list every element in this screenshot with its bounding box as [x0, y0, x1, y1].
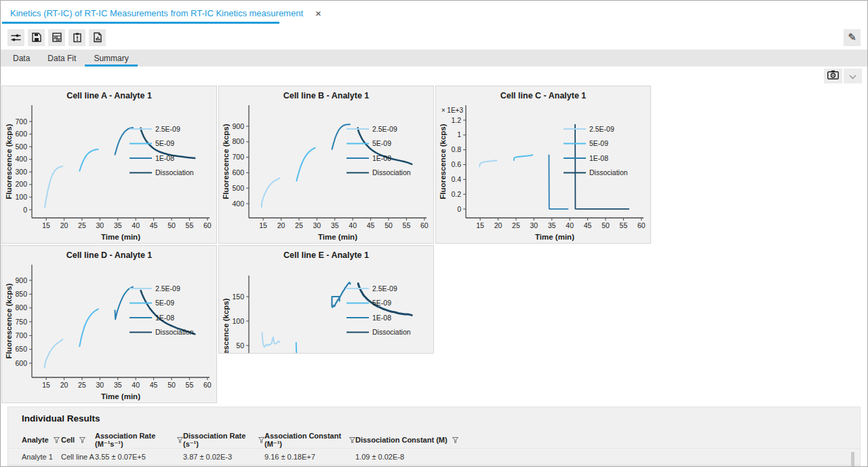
chart-cell-line-e[interactable]: Cell line E - Analyte 1Fluorescence (kcp…: [218, 245, 434, 354]
svg-text:35: 35: [548, 221, 556, 229]
svg-text:850: 850: [15, 290, 27, 298]
svg-text:0.4: 0.4: [451, 175, 461, 183]
tab-data-label: Data: [13, 54, 30, 63]
validate-clipboard-button[interactable]: [68, 29, 85, 46]
filter-icon[interactable]: [79, 437, 85, 443]
svg-text:600: 600: [15, 359, 27, 367]
svg-text:Cell line D - Analyte 1: Cell line D - Analyte 1: [66, 250, 153, 260]
svg-text:Cell line B - Analyte 1: Cell line B - Analyte 1: [283, 91, 370, 100]
svg-text:100: 100: [232, 317, 244, 325]
svg-text:45: 45: [367, 221, 375, 229]
close-icon[interactable]: ×: [315, 8, 321, 18]
tab-data-fit[interactable]: Data Fit: [39, 50, 85, 67]
svg-text:15: 15: [476, 221, 484, 229]
svg-text:500: 500: [15, 143, 27, 151]
svg-text:50: 50: [601, 221, 610, 229]
filter-icon[interactable]: [54, 437, 60, 443]
chart-cell-line-b[interactable]: Cell line B - Analyte 1Fluorescence (kcp…: [218, 86, 434, 244]
column-header-association-rate: Association Rate (M⁻¹s⁻¹): [95, 432, 172, 449]
svg-text:0: 0: [457, 205, 461, 213]
chart-cell-line-a-plot: Cell line A - Analyte 1Fluorescence (kcp…: [2, 86, 216, 243]
table-scrollbar[interactable]: [851, 452, 854, 467]
chart-cell-line-c[interactable]: Cell line C - Analyte 1Fluorescence (kcp…: [435, 86, 651, 244]
svg-text:60: 60: [420, 221, 429, 229]
svg-text:45: 45: [150, 221, 158, 229]
svg-text:20: 20: [494, 221, 502, 229]
svg-text:45: 45: [584, 221, 592, 229]
svg-text:55: 55: [186, 381, 194, 389]
svg-text:15: 15: [42, 381, 50, 389]
svg-text:20: 20: [60, 221, 68, 229]
svg-text:50: 50: [167, 381, 176, 389]
snapshot-options-button[interactable]: [844, 69, 862, 83]
svg-text:700: 700: [15, 117, 27, 126]
filter-icon[interactable]: [349, 437, 355, 443]
svg-text:700: 700: [232, 153, 244, 161]
results-table-body: Analyte 1 Cell line A 3.55 ± 0.07E+5 3.8…: [8, 448, 860, 467]
svg-text:20: 20: [277, 221, 285, 229]
report-document-button[interactable]: [89, 29, 106, 46]
svg-text:0.2: 0.2: [451, 190, 461, 198]
svg-text:5E-09: 5E-09: [589, 139, 608, 147]
chart-cell-line-a[interactable]: Cell line A - Analyte 1Fluorescence (kcp…: [1, 86, 217, 244]
save-button[interactable]: [28, 29, 45, 46]
tab-strip: Data Data Fit Summary: [1, 50, 867, 67]
svg-text:40: 40: [566, 221, 574, 229]
svg-text:Cell line A - Analyte 1: Cell line A - Analyte 1: [66, 91, 152, 100]
column-header-dissociation-constant: Dissociation Constant (M): [355, 436, 448, 444]
svg-text:0.8: 0.8: [451, 145, 461, 153]
svg-text:60: 60: [637, 221, 646, 229]
export-table-button[interactable]: [48, 29, 65, 46]
chevron-down-icon: [849, 70, 856, 82]
cell-association-rate: 3.55 ± 0.07E+5: [95, 453, 183, 461]
filter-icon[interactable]: [177, 437, 183, 443]
tab-summary-label: Summary: [94, 54, 128, 63]
svg-text:Time (min): Time (min): [101, 392, 140, 400]
svg-text:5E-09: 5E-09: [372, 299, 391, 307]
svg-text:30: 30: [96, 221, 104, 229]
tab-data[interactable]: Data: [4, 50, 39, 67]
chart-cell-line-d[interactable]: Cell line D - Analyte 1Fluorescence (kcp…: [1, 245, 217, 403]
svg-text:Dissociation: Dissociation: [155, 168, 194, 176]
svg-text:650: 650: [15, 345, 27, 353]
chart-cell-line-d-plot: Cell line D - Analyte 1Fluorescence (kcp…: [2, 246, 216, 403]
svg-text:20: 20: [60, 381, 68, 389]
cell-association-constant: 9.16 ± 0.18E+7: [264, 453, 355, 461]
document-tab[interactable]: Kinetics (RT-IC) of RT-IC Measurements f…: [1, 4, 330, 22]
svg-text:1: 1: [457, 130, 461, 138]
svg-text:55: 55: [620, 221, 628, 229]
svg-text:25: 25: [295, 221, 303, 229]
svg-text:Time (min): Time (min): [318, 233, 357, 241]
pencil-icon: ✎: [848, 31, 856, 43]
svg-text:400: 400: [232, 200, 244, 208]
camera-icon: [827, 70, 839, 82]
svg-text:2.5E-09: 2.5E-09: [155, 284, 180, 293]
adjust-sliders-button[interactable]: [7, 29, 24, 46]
svg-text:30: 30: [96, 381, 104, 389]
chart-cell-line-c-plot: Cell line C - Analyte 1Fluorescence (kcp…: [436, 86, 650, 243]
svg-text:300: 300: [15, 168, 27, 176]
svg-text:35: 35: [114, 221, 122, 229]
chart-cell-line-b-plot: Cell line B - Analyte 1Fluorescence (kcp…: [219, 86, 433, 243]
edit-button[interactable]: ✎: [844, 29, 861, 46]
column-header-dissociation-rate: Dissociation Rate (s⁻¹): [183, 432, 254, 449]
svg-text:Fluorescence (kcps): Fluorescence (kcps): [222, 124, 230, 199]
svg-text:2.5E-09: 2.5E-09: [589, 125, 614, 133]
filter-icon[interactable]: [452, 437, 458, 443]
snapshot-button[interactable]: [824, 69, 842, 83]
adjust-sliders-icon: [10, 32, 22, 43]
svg-text:1E-08: 1E-08: [372, 314, 391, 322]
svg-text:Time (min): Time (min): [101, 233, 140, 241]
filter-icon[interactable]: [258, 437, 264, 443]
tab-summary[interactable]: Summary: [85, 50, 137, 67]
svg-text:Cell line E - Analyte 1: Cell line E - Analyte 1: [283, 250, 369, 260]
svg-text:15: 15: [42, 221, 50, 229]
cell-analyte: Analyte 1: [22, 453, 61, 461]
table-row[interactable]: Analyte 1 Cell line A 3.55 ± 0.07E+5 3.8…: [8, 448, 860, 465]
svg-text:Fluorescence (kcps): Fluorescence (kcps): [439, 124, 447, 199]
svg-text:800: 800: [232, 137, 244, 145]
svg-text:Dissociation: Dissociation: [589, 168, 628, 176]
svg-text:0: 0: [23, 206, 27, 214]
svg-text:50: 50: [384, 221, 393, 229]
chart-cell-line-e-plot: Cell line E - Analyte 1Fluorescence (kcp…: [219, 246, 433, 353]
